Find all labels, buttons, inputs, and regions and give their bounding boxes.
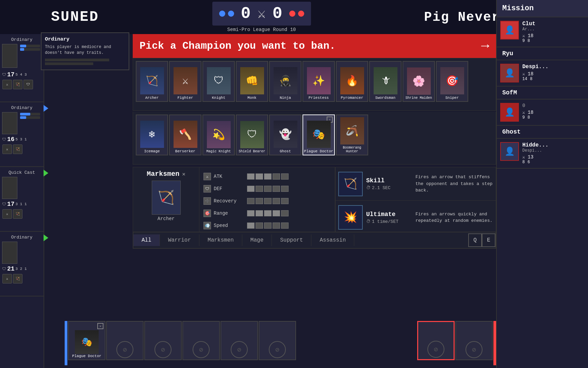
champ-icemage[interactable]: ❄️ Icemage <box>136 114 168 155</box>
mini-chars-2: ⚔ 🏹 <box>1 143 42 155</box>
skill-title-1: Skill <box>366 177 412 184</box>
champ-ninja[interactable]: 🥷 Ninja <box>269 61 301 102</box>
champ-sniper[interactable]: 🎯 Sniper <box>436 61 468 102</box>
champ-shrine[interactable]: 🌸 Shrine Maiden <box>403 61 435 102</box>
card-score-sofm: 0 <box>522 103 585 108</box>
sidebar-char-preview-4 <box>2 242 17 264</box>
speed-label: Speed <box>214 223 244 228</box>
stat-row-range: 🎯 Range <box>203 210 331 217</box>
champ-boomerang[interactable]: 🪃 Boomerang Hunter <box>336 114 368 155</box>
sniper-name: Sniper <box>445 96 459 100</box>
dot-blue-1 <box>219 11 225 17</box>
fighter-name: Fighter <box>177 96 193 100</box>
tab-assassin[interactable]: Assassin <box>311 234 354 246</box>
champ-shieldbearer[interactable]: 🛡 Shield Bearer <box>236 114 268 155</box>
champ-berserker[interactable]: 🪓 Berserker <box>169 114 201 155</box>
stat-row-atk: ⚔ ATK <box>203 173 331 180</box>
bottom-slot-1[interactable]: ✕ 🎭 Plague Doctor <box>68 321 105 360</box>
berserk-sprite: 🪓 <box>174 121 197 148</box>
sword-icon-ryu: ⚔ <box>522 71 525 77</box>
slot-empty-7: ⊘ <box>466 341 483 358</box>
player-card-sofm: 👤 0 ⚔ 18 9 8 <box>497 99 588 126</box>
champ-fighter[interactable]: ⚔️ Fighter <box>169 61 201 102</box>
bottom-slot-selected[interactable]: ⊘ <box>417 321 455 360</box>
score-area: 0 ⚔ 0 <box>212 2 311 26</box>
champion-grid-row2: ❄️ Icemage 🪓 Berserker 💫 Magic Knight 🛡 … <box>133 112 496 165</box>
tab-all[interactable]: All <box>133 234 160 246</box>
tooltip-body: This player is mediocre and doesn't have… <box>45 44 125 56</box>
slot-empty-3: ⊘ <box>154 341 172 358</box>
card-info-ghost: Hidde... Despi... ⚔ 13 8 6 <box>522 142 585 165</box>
speed-icon: 💨 <box>203 222 211 229</box>
sidebar-label-3: Quick Cast <box>1 169 42 176</box>
sidebar-label-2: Ordinary <box>1 104 42 111</box>
shield-icon-1: 🛡 <box>2 72 6 77</box>
mission-header: Mission <box>497 0 588 17</box>
slot-empty-4: ⊘ <box>193 341 210 358</box>
mini-chars-1: ⚔ 🏹 🛡 <box>1 79 42 90</box>
dot-blue-2 <box>228 11 234 17</box>
champ-plaguedoctor[interactable]: ✕ 🎭 Plague Doctor <box>303 114 335 155</box>
sidebar-char-preview-2 <box>2 112 17 134</box>
champ-magicknight[interactable]: 💫 Magic Knight <box>202 114 235 155</box>
sidebar-arrow-2[interactable] <box>44 105 48 112</box>
sidebar-section-2: Ordinary 🛡 16 5 3 1 ⚔ 🏹 <box>0 102 44 167</box>
card-nums-ryu: 14 8 <box>522 77 585 81</box>
champ-priestess[interactable]: ✨ Priestess <box>303 61 335 102</box>
sidebar-arrow-3[interactable] <box>44 170 48 177</box>
magick-name: Magic Knight <box>206 150 231 153</box>
sidebar-arrow-4[interactable] <box>44 234 48 241</box>
def-icon: 🛡 <box>203 185 211 193</box>
range-label: Range <box>214 211 244 216</box>
avatar-ghost: 👤 <box>500 142 519 161</box>
sidebar-section-1: Ordinary 🛡 17 5 4 3 ⚔ 🏹 🛡 <box>0 34 44 102</box>
archer-unit-label: Archer <box>158 216 175 221</box>
card-stats-sofm: ⚔ 18 <box>522 110 585 115</box>
slot-x-1[interactable]: ✕ <box>97 323 103 329</box>
ryu-label: Ryu <box>497 47 588 60</box>
tab-icon-e[interactable]: E <box>482 233 495 247</box>
ban-arrow-icon: → <box>481 39 489 54</box>
mini-chars-3: ⚔ 🏹 <box>1 208 42 220</box>
card-sub-ghost: Despi... <box>522 148 585 153</box>
champ-knight[interactable]: 🛡 Knight <box>202 61 235 102</box>
champ-pyromancer[interactable]: 🔥 Pyromancer <box>336 61 368 102</box>
ghost-label: Ghost <box>497 126 588 139</box>
bottom-slot-4[interactable]: ⊘ <box>182 321 220 360</box>
card-nums-sofm: 9 8 <box>522 115 585 120</box>
game-container: SUNED 0 ⚔ 0 Semi-Pro League Round 10 Pig… <box>0 0 588 368</box>
bottom-slot-3[interactable]: ⊘ <box>144 321 182 360</box>
skill-row-1: 🏹 Skill ⏱ 2.1 SEC Fires an arrow that st… <box>336 167 496 201</box>
champ-swordsman[interactable]: 🗡 Swordsman <box>369 61 402 102</box>
player-card-ghost: 👤 Hidde... Despi... ⚔ 13 8 6 <box>497 139 588 169</box>
atk-label: ATK <box>214 174 244 179</box>
champ-ghost[interactable]: 👻 Ghost <box>269 114 301 155</box>
stats-1: 5 4 3 <box>16 73 27 77</box>
tab-support[interactable]: Support <box>272 234 311 246</box>
sword-count-ghost: 13 <box>528 154 534 160</box>
level-3: 17 <box>7 201 15 208</box>
tab-marksmen[interactable]: Marksmen <box>199 234 242 246</box>
champ-monk[interactable]: 👊 Monk <box>236 61 268 102</box>
stats-bars-area: ⚔ ATK 🛡 DEF <box>199 167 335 235</box>
sidebar-char-preview-3 <box>2 177 17 199</box>
tab-icon-q[interactable]: Q <box>468 233 482 247</box>
skill-desc-1: Fires an arrow that stiffens the opponen… <box>415 174 493 194</box>
sidebar-label-4: Ordinary <box>1 234 42 241</box>
bottom-slot-2[interactable]: ⊘ <box>106 321 144 360</box>
slot-label-1: Plague Doctor <box>72 354 101 358</box>
marksmen-label: Marksmen <box>147 170 179 178</box>
avatar-sofm: 👤 <box>500 103 519 122</box>
pyro-name: Pyromancer <box>341 96 363 100</box>
mini-chars-4: ⚔ 🏹 <box>1 273 42 285</box>
bottom-slot-6[interactable]: ⊘ <box>259 321 296 360</box>
tab-warrior[interactable]: Warrior <box>160 234 199 246</box>
archer-sprite-big: 🏹 <box>152 181 181 215</box>
priestess-sprite: ✨ <box>307 67 331 94</box>
tab-mage[interactable]: Mage <box>242 234 272 246</box>
champ-archer[interactable]: 🏹 Archer <box>136 61 168 102</box>
card-nums-ghost: 8 6 <box>522 160 585 165</box>
dot-red-2 <box>298 11 304 17</box>
bottom-slot-7[interactable]: ⊘ <box>455 321 493 360</box>
bottom-slot-5[interactable]: ⊘ <box>220 321 258 360</box>
